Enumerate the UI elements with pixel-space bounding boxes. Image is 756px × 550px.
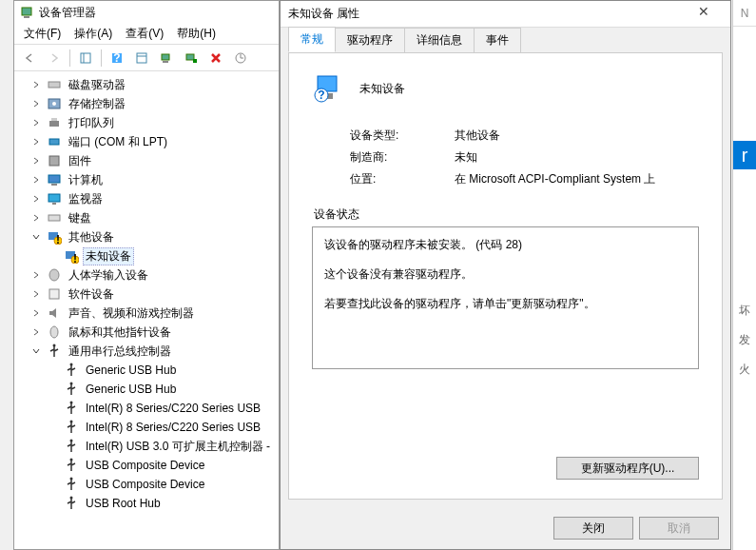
tree-node[interactable]: 声音、视频和游戏控制器 [14, 304, 279, 323]
tree-expander-icon[interactable] [31, 213, 47, 223]
tree-node[interactable]: Generic USB Hub [14, 361, 279, 380]
close-icon[interactable]: ✕ [685, 4, 723, 25]
menu-action[interactable]: 操作(A) [68, 24, 118, 44]
svg-rect-1 [24, 16, 29, 18]
keyboard-icon [47, 210, 62, 226]
tab-events[interactable]: 事件 [474, 28, 521, 52]
svg-text:?: ? [113, 51, 120, 65]
svg-rect-32 [49, 289, 59, 299]
firmware-icon [47, 153, 62, 168]
tree-node[interactable]: 软件设备 [14, 285, 279, 304]
tree-node-label: 鼠标和其他指针设备 [66, 324, 174, 342]
location-value: 在 Microsoft ACPI-Compliant System 上 [455, 171, 655, 187]
menu-view[interactable]: 查看(V) [120, 24, 169, 44]
device-tree[interactable]: 磁盘驱动器存储控制器打印队列端口 (COM 和 LPT)固件计算机监视器键盘!其… [14, 71, 279, 549]
tree-node[interactable]: !未知设备 [14, 246, 279, 265]
tree-node[interactable]: 打印队列 [14, 113, 279, 132]
tree-node-label: 端口 (COM 和 LPT) [66, 133, 170, 151]
devmgr-title-text: 设备管理器 [39, 5, 96, 21]
tab-panel-general: ? 未知设备 设备类型:其他设备 制造商:未知 位置:在 Microsoft A… [288, 52, 723, 500]
tree-expander-icon[interactable] [31, 194, 47, 204]
tree-expander-icon[interactable] [31, 346, 47, 356]
properties-button[interactable] [130, 48, 153, 69]
tree-node[interactable]: Generic USB Hub [14, 380, 279, 399]
usbd-icon [64, 363, 79, 378]
tab-details[interactable]: 详细信息 [404, 28, 475, 52]
svg-point-41 [70, 478, 73, 481]
tree-expander-icon[interactable] [31, 156, 47, 166]
tree-expander-icon[interactable] [31, 327, 47, 337]
tree-node[interactable]: 端口 (COM 和 LPT) [14, 132, 279, 151]
usbd-icon [64, 420, 79, 435]
add-legacy-button[interactable] [180, 48, 203, 69]
update-driver-button[interactable]: 更新驱动程序(U)... [556, 457, 699, 480]
tree-expander-icon[interactable] [31, 99, 47, 108]
svg-rect-24 [48, 215, 60, 221]
menu-file[interactable]: 文件(F) [18, 24, 67, 44]
menubar: 文件(F) 操作(A) 查看(V) 帮助(H) [14, 24, 279, 45]
tree-node[interactable]: 人体学输入设备 [14, 265, 279, 285]
status-line: 这个设备没有兼容驱动程序。 [324, 266, 687, 283]
tree-expander-icon[interactable] [31, 137, 47, 147]
tree-node-label: USB Root Hub [83, 496, 164, 511]
tree-node[interactable]: USB Root Hub [14, 494, 279, 513]
tree-expander-icon[interactable] [31, 175, 47, 185]
tree-node[interactable]: 监视器 [14, 189, 279, 208]
cancel-button[interactable]: 取消 [639, 517, 719, 540]
tree-node[interactable]: USB Composite Device [14, 456, 279, 475]
device-manager-window: 设备管理器 文件(F) 操作(A) 查看(V) 帮助(H) ? 磁盘驱动器存储控… [13, 0, 280, 550]
tree-node[interactable]: 通用串行总线控制器 [14, 342, 279, 361]
tree-node[interactable]: Intel(R) 8 Series/C220 Series USB [14, 418, 279, 437]
tree-node-label: 键盘 [66, 209, 94, 227]
port-icon [47, 134, 62, 149]
svg-rect-20 [48, 175, 60, 183]
menu-help[interactable]: 帮助(H) [171, 24, 222, 44]
svg-rect-0 [22, 8, 31, 15]
tree-node[interactable]: 键盘 [14, 208, 279, 227]
tree-node-label: Generic USB Hub [83, 382, 179, 397]
tree-expander-icon[interactable] [31, 118, 47, 128]
tree-node-label: 计算机 [66, 171, 106, 189]
close-button[interactable]: 关闭 [553, 517, 633, 540]
tree-node[interactable]: 计算机 [14, 170, 279, 189]
tree-node[interactable]: !其他设备 [14, 227, 279, 246]
tree-expander-icon[interactable] [31, 80, 47, 89]
svg-point-34 [53, 344, 56, 347]
tab-general[interactable]: 常规 [288, 27, 336, 52]
propdlg-titlebar[interactable]: 未知设备 属性 ✕ [281, 1, 730, 28]
svg-point-39 [70, 440, 73, 442]
forward-button[interactable] [43, 48, 66, 69]
tab-driver[interactable]: 驱动程序 [335, 28, 405, 52]
back-button[interactable] [18, 48, 41, 69]
tree-node[interactable]: 存储控制器 [14, 94, 279, 113]
unknown-icon: ! [64, 248, 79, 264]
tree-node-label: 人体学输入设备 [66, 266, 151, 285]
scan-button[interactable] [155, 48, 178, 69]
tree-node[interactable]: 鼠标和其他指针设备 [14, 323, 279, 342]
tree-node[interactable]: 固件 [14, 151, 279, 170]
manufacturer-value: 未知 [455, 149, 477, 166]
tree-node-label: Generic USB Hub [83, 363, 179, 378]
show-hide-tree-button[interactable] [74, 48, 97, 69]
tree-expander-icon[interactable] [31, 308, 47, 318]
tree-node[interactable]: Intel(R) 8 Series/C220 Series USB [14, 399, 279, 418]
sound-icon [47, 305, 62, 321]
device-status-label: 设备状态 [314, 206, 699, 223]
manufacturer-label: 制造商: [350, 149, 455, 166]
tree-node[interactable]: Intel(R) USB 3.0 可扩展主机控制器 - [14, 437, 279, 456]
help-button[interactable]: ? [106, 48, 128, 69]
tree-expander-icon[interactable] [31, 232, 47, 242]
svg-rect-8 [162, 54, 169, 60]
tree-node[interactable]: 磁盘驱动器 [14, 75, 279, 94]
svg-point-38 [70, 421, 73, 423]
printer-icon [47, 115, 62, 130]
bg-text: 坏发火 [733, 303, 756, 378]
device-status-textbox[interactable]: 该设备的驱动程序未被安装。 (代码 28) 这个设备没有兼容驱动程序。 若要查找… [312, 226, 699, 369]
svg-rect-9 [163, 61, 168, 63]
update-driver-toolbar-button[interactable] [229, 48, 252, 69]
tree-node-label: 磁盘驱动器 [66, 76, 128, 94]
tree-expander-icon[interactable] [31, 289, 47, 299]
tree-expander-icon[interactable] [31, 270, 47, 280]
uninstall-button[interactable] [204, 48, 227, 69]
tree-node[interactable]: USB Composite Device [14, 475, 279, 494]
